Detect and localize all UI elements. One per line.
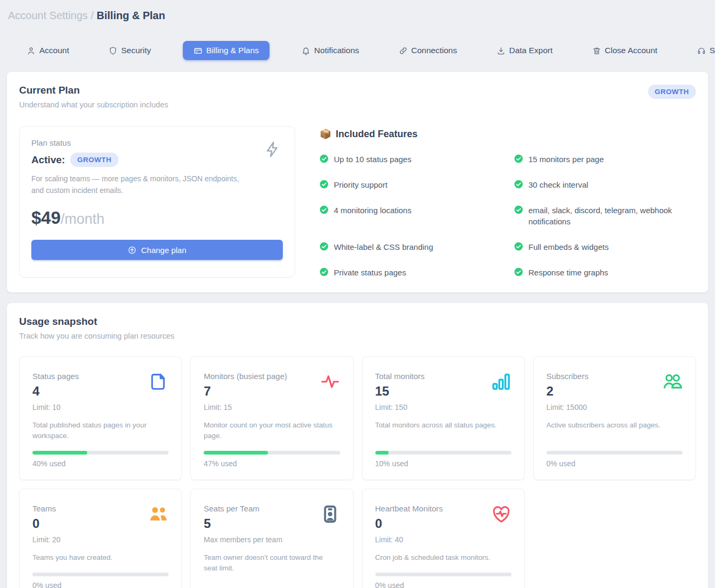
check-circle-icon bbox=[319, 154, 329, 163]
feature-item: Full embeds & widgets bbox=[514, 241, 696, 253]
current-plan-heading-group: Current Plan Understand what your subscr… bbox=[19, 85, 168, 109]
usage-card-description: Total monitors across all status pages. bbox=[375, 420, 511, 431]
usage-card-limit: Limit: 15000 bbox=[546, 403, 683, 411]
included-features-title: 📦 Included Features bbox=[319, 128, 696, 140]
plan-body: Plan status Active: GROWTH For scaling t… bbox=[19, 126, 696, 279]
tab-connections[interactable]: Connections bbox=[391, 41, 465, 60]
check-circle-icon bbox=[514, 267, 523, 276]
feature-item: Up to 10 status pages bbox=[319, 154, 501, 165]
check-circle-icon bbox=[514, 154, 523, 163]
feature-label: Up to 10 status pages bbox=[334, 154, 411, 165]
usage-card-limit: Limit: 40 bbox=[375, 535, 511, 544]
check-circle-icon bbox=[514, 180, 523, 189]
plan-status-label: Plan status bbox=[31, 138, 283, 147]
usage-percent-label: 0% used bbox=[546, 459, 683, 468]
headset-icon bbox=[697, 46, 706, 55]
tab-notifications[interactable]: Notifications bbox=[294, 41, 366, 60]
usage-progress: 47% used bbox=[204, 441, 340, 468]
feature-label: Private status pages bbox=[334, 267, 406, 279]
usage-card-limit: Max members per team bbox=[204, 535, 340, 544]
tab-label: Billing & Plans bbox=[206, 46, 259, 55]
link-icon bbox=[399, 46, 408, 55]
check-circle-icon bbox=[514, 242, 523, 251]
usage-grid: Status pages4Limit: 10Total published st… bbox=[19, 356, 696, 588]
heart-pulse-icon bbox=[491, 504, 511, 526]
usage-card-seats-per-team: Seats per Team5Max members per teamTeam … bbox=[190, 489, 353, 588]
tab-label: Support bbox=[710, 46, 715, 55]
check-circle-icon bbox=[319, 242, 329, 251]
tab-data-export[interactable]: Data Export bbox=[489, 41, 560, 60]
card-icon bbox=[194, 46, 203, 55]
check-circle-icon bbox=[319, 205, 329, 214]
tab-close-account[interactable]: Close Account bbox=[585, 41, 665, 60]
usage-percent-label: 40% used bbox=[32, 459, 169, 468]
usage-card-description: Team owner doesn't count toward the seat… bbox=[204, 552, 340, 574]
people-filled-icon bbox=[148, 504, 169, 526]
feature-label: 30 check interval bbox=[528, 179, 588, 191]
tab-label: Data Export bbox=[509, 46, 553, 55]
progress-fill bbox=[204, 451, 267, 455]
usage-card-monitors-busiest-page: Monitors (busiest page)7Limit: 15Monitor… bbox=[190, 356, 353, 481]
breadcrumb-section[interactable]: Account Settings / bbox=[8, 10, 94, 21]
progress-track bbox=[32, 451, 169, 455]
usage-percent-label: 10% used bbox=[375, 459, 511, 468]
usage-progress: 0% used bbox=[375, 563, 511, 588]
usage-percent-label: 0% used bbox=[32, 581, 169, 588]
progress-track bbox=[546, 451, 683, 455]
feature-item: White-label & CSS branding bbox=[319, 241, 501, 253]
progress-track bbox=[375, 451, 511, 455]
feature-item: 30 check interval bbox=[514, 179, 696, 191]
current-plan-card: Current Plan Understand what your subscr… bbox=[7, 72, 708, 292]
tab-support[interactable]: Support bbox=[689, 41, 715, 60]
package-icon: 📦 bbox=[319, 128, 331, 140]
feature-label: 4 monitoring locations bbox=[334, 205, 411, 216]
usage-card-description: Teams you have created. bbox=[32, 552, 169, 563]
usage-card-total-monitors: Total monitors15Limit: 150Total monitors… bbox=[362, 356, 525, 481]
usage-progress: 0% used bbox=[32, 563, 169, 588]
plan-price: $49 /month bbox=[31, 208, 283, 228]
current-plan-subtitle: Understand what your subscription includ… bbox=[19, 100, 168, 109]
feature-label: Full embeds & widgets bbox=[528, 241, 609, 253]
usage-card-description: Monitor count on your most active status… bbox=[204, 420, 340, 442]
feature-item: Private status pages bbox=[319, 267, 501, 279]
progress-track bbox=[32, 573, 169, 576]
pulse-icon bbox=[320, 372, 340, 394]
usage-card-description: Active subscribers across all pages. bbox=[546, 420, 683, 431]
lightning-bolt-icon bbox=[264, 140, 282, 161]
usage-card-heartbeat-monitors: Heartbeat Monitors0Limit: 40Cron job & s… bbox=[362, 489, 525, 588]
progress-track bbox=[375, 573, 511, 576]
tab-account[interactable]: Account bbox=[19, 41, 77, 60]
usage-percent-label: 0% used bbox=[375, 581, 511, 588]
tab-label: Security bbox=[121, 46, 151, 55]
usage-card-limit: Limit: 150 bbox=[375, 403, 511, 411]
feature-item: Response time graphs bbox=[514, 267, 696, 279]
tab-label: Close Account bbox=[605, 46, 658, 55]
usage-progress: 40% used bbox=[32, 441, 169, 468]
feature-item: 4 monitoring locations bbox=[319, 205, 501, 216]
feature-label: 15 monitors per page bbox=[528, 154, 604, 165]
usage-card-status-pages: Status pages4Limit: 10Total published st… bbox=[19, 356, 182, 481]
price-amount: $49 bbox=[31, 208, 61, 228]
feature-item: Priority support bbox=[319, 179, 501, 191]
feature-label: Priority support bbox=[334, 179, 388, 191]
feature-label: Response time graphs bbox=[528, 267, 608, 279]
feature-grid: Up to 10 status pages15 monitors per pag… bbox=[319, 154, 696, 279]
usage-card-limit: Limit: 15 bbox=[204, 403, 340, 411]
tab-label: Account bbox=[39, 46, 69, 55]
plan-status-value: Active: bbox=[31, 154, 65, 166]
progress-track bbox=[204, 451, 340, 455]
usage-card-limit: Limit: 20 bbox=[32, 535, 169, 544]
feature-item: email, slack, discord, telegram, webhook… bbox=[514, 205, 696, 228]
download-icon bbox=[497, 46, 506, 55]
plan-description: For scaling teams — more pages & monitor… bbox=[31, 173, 249, 196]
current-plan-header: Current Plan Understand what your subscr… bbox=[19, 85, 696, 109]
usage-snapshot-card: Usage snapshot Track how you are consumi… bbox=[7, 303, 708, 588]
usage-card-description: Total published status pages in your wor… bbox=[32, 420, 169, 442]
tab-billing-plans[interactable]: Billing & Plans bbox=[183, 41, 270, 60]
tab-security[interactable]: Security bbox=[101, 41, 158, 60]
change-plan-button[interactable]: Change plan bbox=[31, 240, 283, 260]
usage-progress: 0% used bbox=[546, 441, 683, 468]
shield-icon bbox=[108, 46, 117, 55]
plan-status-box: Plan status Active: GROWTH For scaling t… bbox=[19, 126, 295, 278]
usage-title: Usage snapshot bbox=[19, 316, 696, 327]
